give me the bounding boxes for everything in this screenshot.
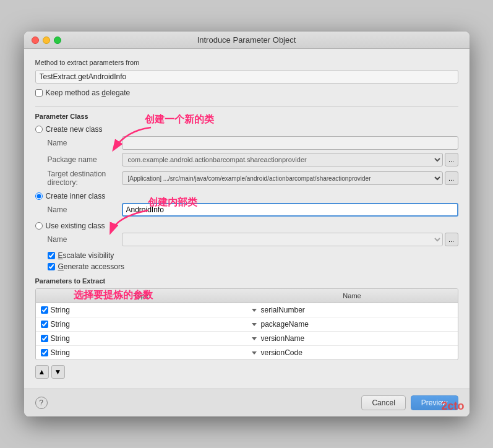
create-inner-class-radio[interactable] [35,192,43,200]
delegate-checkbox[interactable] [35,89,43,97]
package-select-row: com.example.android.actionbarcompat.shar… [122,153,458,166]
name-cell-4: versionCode [247,347,458,358]
sort-toolbar: ▲ ▼ [35,365,458,379]
new-class-name-input[interactable] [122,136,458,150]
table-header: Type Name [36,289,458,303]
existing-class-select[interactable] [122,233,443,246]
create-inner-class-section: Create inner class Name [35,192,458,217]
use-existing-class-label: Use existing class [46,222,105,230]
maximize-button[interactable] [54,37,61,44]
existing-name-row: Name ... [48,233,458,246]
window-title: Introduce Parameter Object [197,35,296,45]
row3-name: versionName [261,334,305,343]
target-select-row: [Application] .../src/main/java/com/exam… [122,171,458,185]
generate-row: Generate accessors [48,262,458,271]
table-row: String serialNumber [36,303,458,317]
name-cell-1: serialNumber [247,304,458,316]
type-cell-4: String [36,347,247,358]
inner-class-name-row: Name [48,203,458,217]
method-field[interactable] [35,70,458,84]
params-section-label: Parameters to Extract [35,277,458,285]
traffic-lights [32,37,61,44]
row2-name: packageName [261,320,309,329]
create-inner-class-label: Create inner class [46,192,106,200]
close-button[interactable] [32,37,39,44]
new-class-name-label: Name [48,139,122,147]
name-cell-2: packageName [247,319,458,330]
create-new-class-radio[interactable] [35,126,43,133]
inner-name-label: Name [48,205,122,214]
create-new-class-section: Create new class Name Package name com.e… [35,125,458,187]
param-class-header: Parameter Class [35,113,458,120]
existing-name-label: Name [48,235,122,244]
target-label: Target destination directory: [48,170,122,187]
footer: ? Cancel Preview [24,389,469,416]
use-existing-class-radio[interactable] [35,222,43,230]
package-select[interactable]: com.example.android.actionbarcompat.shar… [122,153,443,166]
name-cell-3: versionName [247,333,458,344]
row1-checkbox[interactable] [41,306,48,314]
row4-type: String [51,348,70,357]
method-section-label: Method to extract parameters from [35,59,458,66]
use-existing-class-radio-row: Use existing class [35,222,458,230]
row4-checkbox[interactable] [41,349,48,356]
row2-type: String [51,320,70,329]
type-cell-1: String [36,304,247,316]
target-select[interactable]: [Application] .../src/main/java/com/exam… [122,171,443,185]
table-row: String packageName [36,317,458,332]
row1-name: serialNumber [261,306,305,314]
move-down-button[interactable]: ▼ [51,365,65,379]
preview-button[interactable]: Preview [411,395,458,410]
create-new-class-label: Create new class [46,125,103,134]
package-dots-button[interactable]: ... [445,153,458,166]
escalate-checkbox[interactable] [48,252,55,259]
escalate-row: Escalate visibility [48,251,458,260]
existing-dots-button[interactable]: ... [445,233,458,246]
row2-checkbox[interactable] [41,321,48,328]
footer-buttons: Cancel Preview [361,395,458,410]
delegate-label: Keep method as delegate [46,88,131,97]
row3-checkbox[interactable] [41,335,48,342]
generate-label: Generate accessors [58,262,124,271]
delegate-checkbox-row: Keep method as delegate [35,88,458,97]
row1-type: String [51,306,70,314]
row1-arrow [252,309,257,312]
minimize-button[interactable] [43,37,50,44]
type-cell-2: String [36,319,247,330]
table-row: String versionCode [36,346,458,360]
create-new-class-form: Name Package name com.example.android.ac… [48,136,458,187]
row4-name: versionCode [261,348,302,357]
create-new-class-radio-row: Create new class [35,125,458,134]
target-dots-button[interactable]: ... [445,171,458,185]
table-row: String versionName [36,332,458,346]
params-table: Type Name String serialNumber String [35,288,458,360]
escalate-label: Escalate visibility [58,251,114,260]
help-button[interactable]: ? [35,397,48,409]
use-existing-class-section: Use existing class Name ... [35,222,458,246]
cancel-button[interactable]: Cancel [361,395,405,410]
type-cell-3: String [36,333,247,344]
create-inner-class-radio-row: Create inner class [35,192,458,200]
col-type-header: Type [36,291,247,301]
row3-arrow [252,337,257,340]
titlebar: Introduce Parameter Object [24,32,469,49]
col-name-header: Name [247,291,458,301]
row2-arrow [252,323,257,326]
row3-type: String [51,334,70,343]
inner-class-name-input[interactable] [122,203,458,217]
row4-arrow [252,351,257,355]
package-label: Package name [48,155,122,164]
separator-1 [35,106,458,106]
existing-select-row: ... [122,233,458,246]
move-up-button[interactable]: ▲ [35,365,49,379]
generate-checkbox[interactable] [48,263,55,270]
